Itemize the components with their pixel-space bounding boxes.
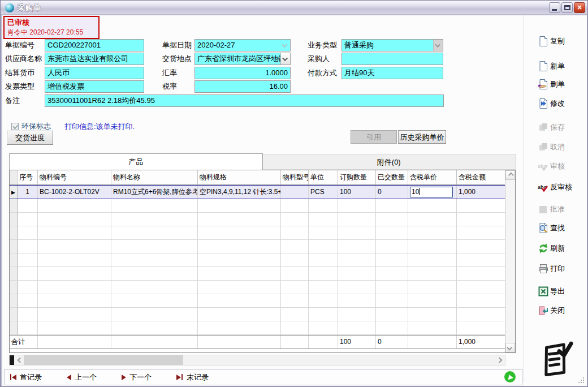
- last-record-button[interactable]: 末记录: [176, 372, 209, 382]
- empty-cell[interactable]: [198, 240, 281, 253]
- empty-cell[interactable]: [198, 199, 281, 213]
- empty-cell[interactable]: [281, 281, 309, 294]
- print-button[interactable]: 打印: [537, 262, 583, 276]
- delete-button[interactable]: 删单: [537, 78, 583, 91]
- grid-header-cell[interactable]: 物料规格: [198, 170, 281, 184]
- delivery-place-field[interactable]: 广东省深圳市龙岗区坪地镇六: [194, 53, 291, 65]
- modify-button[interactable]: 修改: [537, 97, 583, 110]
- remark-field[interactable]: 35300011001R62 2.18均价45.95: [45, 94, 444, 107]
- titlebar[interactable]: 采购单 ×: [1, 1, 587, 15]
- empty-cell[interactable]: [111, 294, 198, 308]
- grid-header-cell[interactable]: 单位: [309, 170, 338, 184]
- empty-cell[interactable]: [281, 213, 309, 226]
- empty-cell[interactable]: [111, 199, 198, 213]
- empty-cell[interactable]: [376, 294, 408, 308]
- resize-grip[interactable]: [578, 377, 585, 384]
- empty-cell[interactable]: [198, 294, 281, 308]
- empty-cell[interactable]: [38, 281, 111, 294]
- scroll-down-button[interactable]: [505, 343, 515, 352]
- minimize-button[interactable]: [549, 2, 560, 13]
- empty-cell[interactable]: [18, 253, 38, 267]
- empty-row[interactable]: [10, 308, 505, 321]
- empty-cell[interactable]: [338, 226, 376, 240]
- empty-cell[interactable]: [408, 281, 457, 294]
- empty-cell[interactable]: [338, 199, 376, 213]
- quote-button[interactable]: 引用: [351, 130, 397, 144]
- empty-cell[interactable]: [309, 253, 338, 267]
- empty-cell[interactable]: [18, 281, 38, 294]
- empty-row[interactable]: [10, 226, 505, 240]
- empty-row[interactable]: [10, 253, 505, 267]
- empty-cell[interactable]: [408, 240, 457, 253]
- empty-row[interactable]: [10, 199, 505, 213]
- empty-cell[interactable]: [408, 294, 457, 308]
- empty-cell[interactable]: [457, 199, 505, 213]
- empty-row[interactable]: [10, 321, 505, 335]
- empty-cell[interactable]: [111, 226, 198, 240]
- empty-cell[interactable]: [38, 213, 111, 226]
- empty-cell[interactable]: [18, 226, 38, 240]
- empty-cell[interactable]: [198, 321, 281, 335]
- empty-cell[interactable]: [111, 308, 198, 321]
- grid-header-cell[interactable]: 含税金额: [457, 170, 505, 184]
- maximize-button[interactable]: [561, 2, 573, 13]
- empty-cell[interactable]: [198, 308, 281, 321]
- empty-cell[interactable]: [338, 267, 376, 281]
- empty-cell[interactable]: [111, 213, 198, 226]
- empty-cell[interactable]: [376, 253, 408, 267]
- delivery-place-dropdown-button[interactable]: [280, 53, 290, 64]
- tab-attachments[interactable]: 附件(0): [263, 154, 516, 170]
- refresh-button[interactable]: 刷新: [537, 242, 583, 255]
- empty-cell[interactable]: [198, 226, 281, 240]
- grid-header-cell[interactable]: 含税单价: [408, 170, 457, 184]
- empty-cell[interactable]: [338, 321, 376, 335]
- empty-cell[interactable]: [376, 321, 408, 335]
- empty-cell[interactable]: [111, 253, 198, 267]
- empty-cell[interactable]: [309, 321, 338, 335]
- save-button[interactable]: 保存: [537, 121, 583, 134]
- empty-cell[interactable]: [376, 226, 408, 240]
- empty-cell[interactable]: [457, 308, 505, 321]
- grid-cell-name[interactable]: RM10立式6+6骨架,脚位参考: [111, 186, 198, 199]
- close-button[interactable]: ×: [574, 2, 585, 13]
- grid-header-cell[interactable]: 物料型号: [281, 170, 309, 184]
- empty-cell[interactable]: [38, 199, 111, 213]
- horizontal-scrollbar[interactable]: [9, 355, 505, 366]
- empty-cell[interactable]: [111, 321, 198, 335]
- empty-row[interactable]: [10, 281, 505, 294]
- empty-cell[interactable]: [408, 253, 457, 267]
- empty-cell[interactable]: [38, 321, 111, 335]
- empty-row[interactable]: [10, 240, 505, 253]
- empty-cell[interactable]: [38, 308, 111, 321]
- empty-cell[interactable]: [376, 308, 408, 321]
- empty-cell[interactable]: [309, 213, 338, 226]
- grid-cell-price[interactable]: 10: [408, 186, 457, 199]
- tab-products[interactable]: 产品: [9, 153, 263, 170]
- scroll-up-button[interactable]: [505, 170, 515, 180]
- empty-cell[interactable]: [309, 308, 338, 321]
- empty-cell[interactable]: [376, 199, 408, 213]
- exchange-rate-field[interactable]: 1.0000: [194, 67, 291, 79]
- empty-cell[interactable]: [198, 267, 281, 281]
- empty-cell[interactable]: [338, 240, 376, 253]
- empty-cell[interactable]: [281, 253, 309, 267]
- empty-row[interactable]: [10, 294, 505, 308]
- empty-cell[interactable]: [338, 253, 376, 267]
- next-record-button[interactable]: 下一个: [122, 372, 152, 382]
- empty-cell[interactable]: [309, 240, 338, 253]
- empty-cell[interactable]: [338, 294, 376, 308]
- audit-button[interactable]: abc审核: [537, 160, 583, 173]
- empty-cell[interactable]: [198, 253, 281, 267]
- invoice-type-field[interactable]: 增值税发票: [45, 80, 144, 93]
- empty-cell[interactable]: [309, 267, 338, 281]
- empty-cell[interactable]: [198, 213, 281, 226]
- grid-cell-delivered[interactable]: 0: [376, 186, 408, 199]
- empty-cell[interactable]: [376, 240, 408, 253]
- empty-cell[interactable]: [18, 321, 38, 335]
- empty-cell[interactable]: [408, 321, 457, 335]
- empty-cell[interactable]: [457, 253, 505, 267]
- delivery-progress-button[interactable]: 交货进度: [7, 131, 53, 145]
- eco-mark-checkbox[interactable]: [11, 123, 19, 130]
- unaudit-button[interactable]: abc反审核: [537, 180, 583, 194]
- purchaser-field[interactable]: [341, 53, 443, 65]
